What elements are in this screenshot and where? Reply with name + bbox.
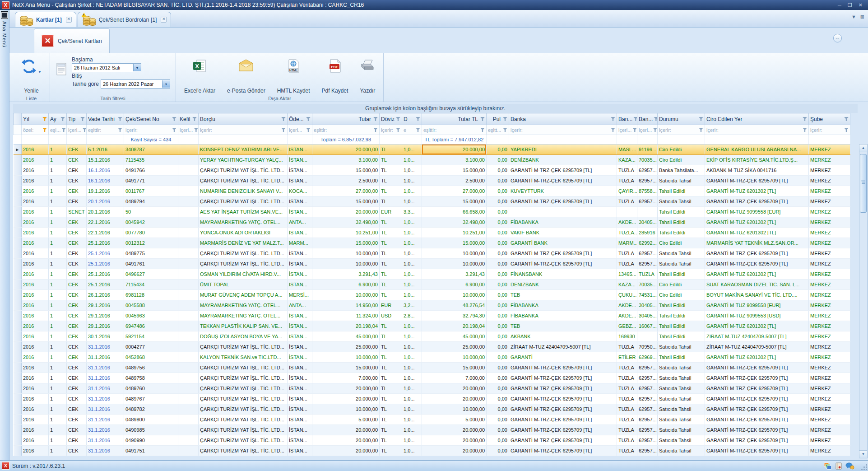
grid-cell-tip[interactable]: CEK [67, 311, 87, 321]
grid-cell-tutar[interactable]: 15.000,00 [312, 196, 380, 207]
grid-cell-ode[interactable]: ANTA... [288, 300, 312, 311]
grid-cell-tutartl[interactable]: 10.251,00 [422, 228, 487, 238]
grid-cell-vade[interactable]: 25.1.2016 [87, 238, 124, 248]
grid-cell-cekno[interactable]: 0489782 [124, 404, 178, 415]
grid-cell-cekno[interactable]: 0012312 [124, 238, 178, 248]
grid-cell-ciro[interactable]: BOYUT MAKİNA SANAYİ VE TİC. LTD.... [705, 290, 809, 300]
tab-list-chevron-down-icon[interactable]: ▼ [851, 14, 856, 20]
grid-cell-yil[interactable]: 2016 [22, 217, 49, 228]
grid-cell-ciro[interactable]: GARANTİ M-TRZ-ÇEK 6295709 [TL] [705, 373, 809, 383]
grid-cell-banka[interactable]: GARANTİ M-TRZ-ÇEK 6295709 [TL] [509, 373, 617, 383]
grid-cell-ay[interactable]: 1 [49, 300, 67, 311]
grid-cell-tutar[interactable]: 27.000,00 [312, 186, 380, 196]
filter-funnel-icon[interactable] [306, 117, 311, 121]
grid-cell-tip[interactable]: CEK [67, 217, 87, 228]
column-header-tutartl[interactable]: Tutar TL [422, 113, 487, 125]
grid-cell-tip[interactable]: CEK [67, 145, 87, 155]
grid-cell-ban2[interactable]: 62969... [637, 352, 658, 363]
grid-cell-borclu[interactable]: ÇARKÇI TURİZM YAT İŞL. TİC. LTD... [199, 363, 288, 373]
grid-cell-cekno[interactable]: 0489794 [124, 196, 178, 207]
grid-cell-ban1[interactable]: TUZLA [617, 425, 637, 435]
grid-cell-tutar[interactable]: 10.000,00 [312, 290, 380, 300]
grid-cell-sube[interactable]: MERKEZ [809, 228, 850, 238]
grid-cell-pul[interactable]: 0,00 [487, 446, 509, 456]
grid-cell-kefil[interactable] [178, 228, 199, 238]
grid-cell-cekno[interactable]: 6947486 [124, 321, 178, 331]
row-indicator-cell[interactable] [14, 383, 22, 394]
grid-cell-kefil[interactable] [178, 435, 199, 446]
grid-cell-doviz[interactable]: TL [380, 217, 402, 228]
grid-cell-durumu[interactable]: Satıcıda Tahsil [658, 446, 705, 456]
grid-cell-doviz[interactable]: TL [380, 186, 402, 196]
filter-funnel-icon[interactable] [82, 128, 86, 132]
grid-cell-tip[interactable]: CEK [67, 269, 87, 280]
scroll-down-icon[interactable]: ▼ [859, 450, 867, 458]
refresh-button[interactable]: ▼ Yenile [19, 56, 44, 95]
grid-cell-durumu[interactable]: Satıcıda Tahsil [658, 415, 705, 425]
grid-cell-ban1[interactable]: TUZLA [617, 363, 637, 373]
grid-cell-ay[interactable]: 1 [49, 415, 67, 425]
grid-cell-tutartl[interactable]: 10.000,00 [422, 352, 487, 363]
grid-cell-kefil[interactable] [178, 321, 199, 331]
grid-cell-ay[interactable]: 1 [49, 425, 67, 435]
grid-cell-doviz[interactable]: TL [380, 352, 402, 363]
grid-cell-tutartl[interactable]: 3.100,00 [422, 155, 487, 165]
grid-cell-durumu[interactable]: Ciro Edildi [658, 280, 705, 290]
row-indicator-cell[interactable] [14, 259, 22, 269]
tab-cek-senet-bordrolari[interactable]: Çek/Senet Bordroları [1] ✕ [78, 12, 172, 27]
grid-cell-pul[interactable]: 0,00 [487, 435, 509, 446]
table-row[interactable]: 20161CEK31.1.20160489758ÇARKÇI TURİZM YA… [14, 373, 850, 383]
grid-cell-sube[interactable]: MERKEZ [809, 311, 850, 321]
grid-cell-ban1[interactable]: TUZLA [617, 404, 637, 415]
grid-cell-borclu[interactable]: NUMARINE DENIZCILIK SANAYI V... [199, 186, 288, 196]
grid-cell-doviz[interactable]: EUR [380, 207, 402, 217]
grid-cell-cekno[interactable]: 0496627 [124, 269, 178, 280]
grid-cell-banka[interactable]: KUVEYTTÜRK [509, 186, 617, 196]
row-indicator-cell[interactable] [14, 217, 22, 228]
grid-cell-ban2[interactable]: 62957... [637, 196, 658, 207]
grid-cell-ban2[interactable]: 62957... [637, 176, 658, 186]
grid-cell-pul[interactable]: 0,00 [487, 196, 509, 207]
grid-cell-durumu[interactable]: Tahsil Edildi [658, 269, 705, 280]
grid-cell-ban2[interactable]: 62957... [637, 363, 658, 373]
grid-cell-borclu[interactable]: DOĞUŞ İZOLASYON BOYA VE YA... [199, 331, 288, 342]
grid-cell-cekno[interactable]: 3408787 [124, 145, 178, 155]
grid-cell-pul[interactable]: 0,00 [487, 363, 509, 373]
filter-funnel-icon[interactable] [172, 117, 176, 121]
grid-cell-cekno[interactable]: 0489756 [124, 363, 178, 373]
grid-cell-ay[interactable]: 1 [49, 331, 67, 342]
grid-cell-ban2[interactable]: 62957... [637, 383, 658, 394]
grid-cell-yil[interactable]: 2016 [22, 248, 49, 259]
grid-cell-sube[interactable]: MERKEZ [809, 363, 850, 373]
filter-cell-tutar[interactable]: eşittir: [312, 125, 380, 135]
grid-cell-pul[interactable]: 0,00 [487, 155, 509, 165]
grid-cell-ban1[interactable]: TUZLA [617, 415, 637, 425]
row-indicator-cell[interactable] [14, 280, 22, 290]
grid-cell-durumu[interactable]: Tahsil Edildi [658, 228, 705, 238]
grid-cell-ay[interactable]: 1 [49, 321, 67, 331]
grid-cell-tutar[interactable]: 20.000,00 [312, 446, 380, 456]
grid-cell-ode[interactable]: İSTAN... [288, 311, 312, 321]
grid-cell-cekno[interactable]: 0489767 [124, 394, 178, 404]
grid-cell-ban2[interactable]: 62957... [637, 446, 658, 456]
grid-cell-borclu[interactable]: ÜMİT TOPAL [199, 280, 288, 290]
grid-cell-tutartl[interactable]: 25.000,00 [422, 342, 487, 352]
grid-cell-ciro[interactable]: GARANTİ M-TRZ-ÇEK 6295709 [TL] [705, 383, 809, 394]
grid-cell-ciro[interactable]: GARANTİ M-TUZ 9099558 [EUR] [705, 207, 809, 217]
grid-cell-ciro[interactable]: GARANTİ M-TRZ-ÇEK 6295709 [TL] [705, 196, 809, 207]
grid-cell-ban2[interactable]: 74531... [637, 290, 658, 300]
grid-cell-kefil[interactable] [178, 248, 199, 259]
grid-cell-banka[interactable]: GARANTİ M-TRZ-ÇEK 6295709 [TL] [509, 383, 617, 394]
row-indicator-cell[interactable] [14, 228, 22, 238]
column-header-tip[interactable]: Tip [67, 113, 87, 125]
row-indicator-cell[interactable] [14, 404, 22, 415]
grid-cell-cekno[interactable]: 0045963 [124, 311, 178, 321]
minimize-button[interactable]: ─ [838, 2, 841, 8]
grid-cell-yil[interactable]: 2016 [22, 186, 49, 196]
row-indicator-cell[interactable] [14, 269, 22, 280]
filter-cell-pul[interactable]: eşitt... [487, 125, 509, 135]
grid-cell-tutartl[interactable]: 20.000,00 [422, 435, 487, 446]
grid-cell-yil[interactable]: 2016 [22, 196, 49, 207]
grid-cell-yil[interactable]: 2016 [22, 342, 49, 352]
grid-cell-tutartl[interactable]: 20.000,00 [422, 446, 487, 456]
